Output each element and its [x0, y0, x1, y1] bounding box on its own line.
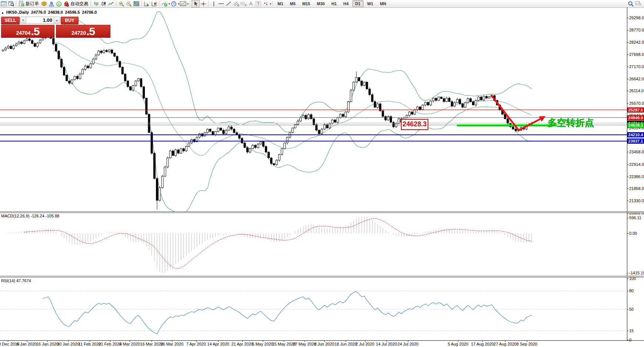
- time-tick-label: 21 Apr 2020: [231, 342, 253, 346]
- price-tick-label: 26114.0: [629, 89, 644, 93]
- chart-title: ▲HK50-,Daily24776.024838.024596.524706.0: [1, 10, 99, 14]
- time-tick-label: 27 May 2020: [293, 342, 316, 346]
- ohlc-open: 24776.0: [31, 10, 46, 14]
- rsi-tick-label: 80: [629, 288, 634, 293]
- macd-label: MACD(12,26,9) -126.24 -105.88: [1, 214, 59, 218]
- volume-up-button[interactable]: ▲: [54, 17, 60, 23]
- time-tick-label: 6 Jan 2020: [17, 342, 37, 346]
- ohlc-high: 24838.0: [48, 10, 63, 14]
- time-tick-label: 5 Aug 2020: [448, 342, 468, 346]
- macd-indicator: [3, 216, 532, 273]
- price-tick-label: 23458.0: [629, 150, 644, 154]
- rsi-pane-divider[interactable]: [0, 276, 644, 277]
- ohlc-low: 24596.5: [65, 10, 80, 14]
- turning-point-label[interactable]: 多空转折点: [548, 117, 594, 129]
- time-tick-label: 30 Jan 2020: [57, 342, 80, 346]
- time-tick-label: 11 Feb 2020: [79, 342, 101, 346]
- price-tick-label: 21858.0: [629, 186, 644, 191]
- pivot-price-tag: 24628.3: [627, 123, 644, 128]
- collapse-triangle-icon[interactable]: ▲: [1, 11, 4, 14]
- price-tick-label: 22386.0: [629, 174, 644, 179]
- resistance-price-tag: 24949.9: [627, 115, 644, 120]
- time-tick-label: 7 Apr 2020: [186, 342, 206, 346]
- buy-price-frac: .5: [86, 26, 95, 37]
- price-tick-label: 28242.0: [629, 40, 644, 44]
- bid-line[interactable]: [0, 123, 627, 123]
- rsi-tick-label: 15: [629, 328, 634, 333]
- sell-price-display[interactable]: 24704 .5: [1, 25, 54, 38]
- time-tick-label: 2 Jul 2020: [356, 342, 375, 346]
- time-tick-label: 27 Aug 2020: [494, 342, 517, 346]
- price-tick-label: 27698.0: [629, 52, 644, 57]
- buy-price-display[interactable]: 24720 .5: [56, 25, 110, 38]
- candlesticks: [2, 34, 533, 210]
- buy-price-int: 24720: [72, 29, 86, 37]
- time-tick-label: 14 Apr 2020: [207, 342, 229, 346]
- symbol-period: HK50-,Daily: [6, 10, 29, 14]
- macd-tick-label: -1415.19: [629, 271, 644, 275]
- macd-tick-label: 596.11: [629, 216, 641, 220]
- price-tick-label: 28770.0: [629, 28, 644, 32]
- price-axis-line: [627, 7, 627, 340]
- mt4-window: 新订单 p 自动交易 ▾ ▾ ▾ E F A T ▾: [0, 0, 644, 347]
- time-tick-label: 26 Mar 2020: [160, 342, 183, 346]
- buy-button[interactable]: BUY: [61, 17, 79, 24]
- price-tick-label: 25570.0: [629, 101, 644, 106]
- volume-stepper: ▼ ▲: [20, 17, 60, 24]
- rsi-tick-label: 50: [629, 307, 634, 311]
- price-tick-label: 27170.0: [629, 64, 644, 69]
- pivot-level-segment[interactable]: [457, 124, 557, 126]
- time-tick-label: 15 May 2020: [272, 342, 296, 346]
- rsi-indicator: [0, 291, 627, 334]
- macd-pane-divider[interactable]: [0, 211, 644, 213]
- resistance-price-tag: 25287.5: [627, 107, 644, 113]
- time-tick-label: 21 Feb 2020: [99, 342, 122, 346]
- time-tick-label: 14 Jul 2020: [376, 342, 397, 346]
- ohlc-close: 24706.0: [82, 10, 97, 14]
- time-tick-label: 4 Mar 2020: [119, 342, 140, 346]
- volume-input[interactable]: [26, 17, 54, 23]
- time-tick-label: 16 Jan 2020: [36, 342, 59, 346]
- sell-price-int: 24704: [16, 29, 31, 37]
- sell-price-frac: .5: [31, 26, 39, 37]
- support-line[interactable]: [0, 134, 627, 135]
- sell-button[interactable]: SELL: [1, 17, 20, 24]
- time-tick-label: 8 Jun 2020: [314, 342, 334, 346]
- time-tick-label: 16 Mar 2020: [140, 342, 163, 346]
- price-tick-label: 26642.0: [629, 77, 644, 81]
- price-tick-label: 29298.0: [629, 16, 644, 20]
- price-level-callout[interactable]: 24628.3: [401, 119, 428, 130]
- rsi-tick-label: 0: [629, 338, 631, 342]
- time-tick-label: 17 Aug 2020: [471, 342, 494, 346]
- price-tick-label: 22914.0: [629, 162, 644, 167]
- time-tick-label: 24 Jul 2020: [398, 342, 419, 346]
- support-price-tag: 24210.4: [627, 132, 644, 137]
- support-line[interactable]: [0, 141, 627, 141]
- time-tick-label: 8 Sep 2020: [517, 342, 537, 346]
- bollinger-bands: [53, 11, 532, 213]
- volume-down-button[interactable]: ▼: [20, 17, 26, 23]
- price-tick-label: 21330.0: [629, 198, 644, 203]
- time-axis-line: [0, 340, 644, 341]
- time-tick-label: 5 May 2020: [252, 342, 273, 346]
- macd-tick-label: 0.00: [629, 231, 637, 236]
- resistance-line[interactable]: [0, 117, 627, 118]
- chart-canvas[interactable]: [0, 0, 644, 347]
- time-tick-label: 18 Jun 2020: [335, 342, 357, 346]
- resistance-line[interactable]: [0, 110, 627, 110]
- rsi-label: RSI(14) 47.7674: [1, 278, 31, 283]
- support-price-tag: 23937.1: [627, 139, 644, 144]
